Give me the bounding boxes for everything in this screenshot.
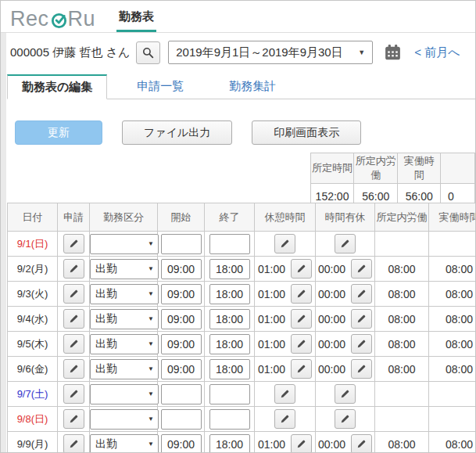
period-select[interactable]: 2019年9月1日～2019年9月30日 ▼ — [168, 41, 373, 64]
pencil-icon — [280, 239, 290, 249]
hourly-leave-value: 00:00 — [318, 288, 345, 300]
hourly-leave-cell — [316, 232, 375, 257]
nav-timesheet[interactable]: 勤務表 — [116, 9, 156, 32]
break-cell — [255, 232, 316, 257]
worktype-value — [91, 394, 148, 394]
worktype-select[interactable]: ▼ — [90, 409, 159, 430]
table-row: 9/2(月)出勤▼01:0000:0008:0008:00 — [8, 257, 476, 282]
actual-work-cell: 08:00 — [429, 282, 476, 307]
end-time-input[interactable] — [209, 234, 250, 254]
worktype-select[interactable]: 出勤▼ — [90, 284, 159, 304]
timesheet-header-row: 日付申請勤務区分開始終了休憩時間時間有休所定内労働実働時間 — [8, 203, 476, 232]
update-button[interactable]: 更新 — [15, 120, 102, 145]
worktype-select[interactable]: 出勤▼ — [90, 359, 159, 379]
break-edit-button[interactable] — [274, 234, 295, 253]
break-edit-button[interactable] — [291, 359, 312, 379]
hourly-leave-edit-button[interactable] — [351, 434, 372, 453]
break-value: 01:00 — [258, 313, 285, 325]
hourly-leave-edit-button[interactable] — [335, 384, 356, 404]
request-cell — [58, 307, 90, 332]
calendar-picker-button[interactable] — [382, 42, 403, 63]
break-edit-button[interactable] — [274, 384, 295, 404]
actual-work-cell: 08:00 — [429, 357, 476, 382]
end-time-input[interactable] — [209, 259, 250, 279]
hourly-leave-value: 00:00 — [318, 263, 345, 275]
hourly-leave-edit-button[interactable] — [351, 259, 372, 279]
hourly-leave-edit-button[interactable] — [351, 334, 372, 354]
worktype-select[interactable]: 出勤▼ — [90, 434, 159, 453]
tab-timesheet-edit[interactable]: 勤務表の編集 — [7, 74, 107, 99]
request-edit-button[interactable] — [63, 234, 84, 253]
end-time-input[interactable] — [209, 409, 250, 430]
request-edit-button[interactable] — [63, 434, 84, 453]
start-time-input[interactable] — [161, 259, 202, 279]
hourly-leave-edit-button[interactable] — [351, 309, 372, 329]
start-time-input[interactable] — [161, 434, 202, 453]
worktype-cell: 出勤▼ — [90, 257, 158, 282]
end-time-input[interactable] — [209, 434, 250, 453]
break-edit-button[interactable] — [291, 434, 312, 453]
break-edit-button[interactable] — [291, 284, 312, 304]
worktype-select[interactable]: 出勤▼ — [90, 334, 159, 354]
end-time-input[interactable] — [209, 384, 250, 404]
period-value: 2019年9月1日～2019年9月30日 — [169, 45, 358, 60]
break-edit-button[interactable] — [291, 334, 312, 354]
hourly-leave-edit-button[interactable] — [335, 409, 356, 429]
pencil-icon — [69, 364, 79, 374]
employee-search-button[interactable] — [136, 41, 160, 64]
hourly-leave-edit-button[interactable] — [351, 284, 372, 304]
request-edit-button[interactable] — [63, 384, 84, 404]
start-time-input[interactable] — [161, 384, 202, 404]
hourly-leave-cell — [316, 382, 375, 407]
print-view-button[interactable]: 印刷画面表示 — [252, 120, 361, 145]
worktype-select[interactable]: ▼ — [90, 384, 159, 404]
request-edit-button[interactable] — [63, 334, 84, 354]
break-cell: 01:00 — [255, 307, 316, 332]
request-edit-button[interactable] — [63, 409, 84, 429]
start-time-input[interactable] — [161, 234, 202, 254]
pencil-icon — [69, 414, 79, 424]
file-export-button[interactable]: ファイル出力 — [122, 120, 232, 145]
break-edit-button[interactable] — [291, 259, 312, 279]
tab-request-list[interactable]: 申請一覧 — [121, 74, 199, 99]
start-time-input[interactable] — [161, 284, 202, 304]
request-edit-button[interactable] — [63, 259, 84, 279]
end-time-input[interactable] — [209, 334, 250, 354]
pencil-icon — [69, 339, 79, 349]
app-header: Rec Ru 勤務表 — [1, 1, 475, 33]
date-cell: 9/4(水) — [8, 307, 58, 332]
scheduled-work-cell: 08:00 — [375, 282, 429, 307]
break-value: 01:00 — [258, 338, 285, 351]
start-time-input[interactable] — [161, 334, 202, 354]
prev-month-link[interactable]: < 前月へ — [414, 45, 460, 60]
request-cell — [58, 332, 90, 357]
pencil-icon — [296, 314, 306, 324]
end-time-input[interactable] — [209, 309, 250, 329]
tab-work-summary[interactable]: 勤務集計 — [213, 74, 292, 99]
break-edit-button[interactable] — [274, 409, 295, 429]
worktype-value — [91, 419, 148, 419]
hourly-leave-edit-button[interactable] — [351, 359, 372, 379]
hourly-leave-cell: 00:00 — [316, 257, 375, 282]
actual-work-cell: 08:00 — [429, 332, 476, 357]
scheduled-work-cell: 08:00 — [375, 432, 429, 453]
end-cell — [205, 257, 255, 282]
worktype-cell: 出勤▼ — [90, 432, 158, 453]
hourly-leave-edit-button[interactable] — [335, 234, 356, 253]
request-cell — [58, 257, 90, 282]
start-time-input[interactable] — [161, 359, 202, 379]
summary-header-row: 所定時間所定内労働実働時間 — [311, 153, 475, 184]
worktype-select[interactable]: 出勤▼ — [90, 309, 159, 329]
request-edit-button[interactable] — [63, 309, 84, 329]
break-edit-button[interactable] — [291, 309, 312, 329]
break-cell — [255, 407, 316, 432]
start-time-input[interactable] — [161, 309, 202, 329]
end-time-input[interactable] — [209, 284, 250, 304]
end-time-input[interactable] — [209, 359, 250, 379]
start-time-input[interactable] — [161, 409, 202, 430]
request-edit-button[interactable] — [63, 284, 84, 304]
worktype-cell: 出勤▼ — [90, 332, 158, 357]
worktype-select[interactable]: ▼ — [90, 234, 159, 254]
request-edit-button[interactable] — [63, 359, 84, 379]
worktype-select[interactable]: 出勤▼ — [90, 259, 159, 279]
